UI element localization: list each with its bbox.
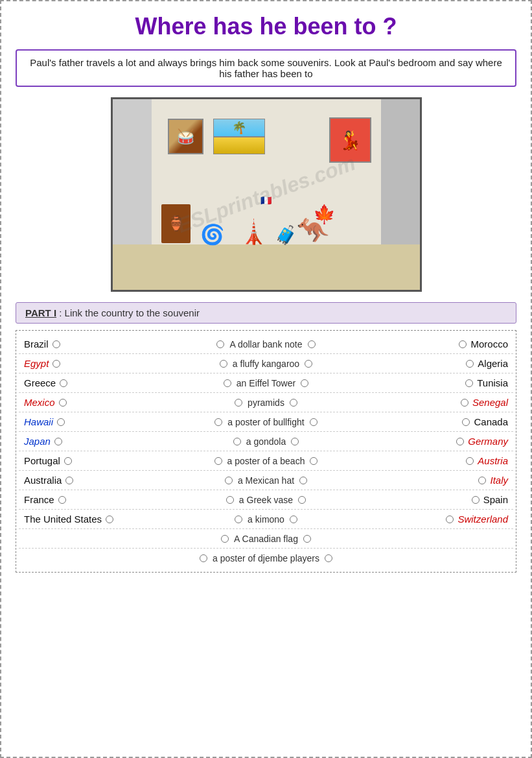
souvenir-center: a Mexican hat <box>148 475 384 486</box>
radio-souvenir-right[interactable] <box>291 438 299 445</box>
country-left: Greece <box>19 377 148 388</box>
beach-poster: 🌴 <box>213 119 265 154</box>
radio-souvenir-right[interactable] <box>308 340 316 348</box>
radio-right[interactable] <box>459 340 467 348</box>
country-name: Australia <box>24 475 62 486</box>
radio-souvenir-left[interactable] <box>233 438 241 445</box>
country-left: Egypt <box>19 358 148 369</box>
radio-right[interactable] <box>466 360 474 368</box>
radio-souvenir-left[interactable] <box>220 360 227 368</box>
matching-row: Egypt a fluffy kangaroo Algeria <box>19 354 513 373</box>
bedroom-scene: 🥁 🌴 💃 🏺 🇫🇷 🗼 🌀 🧳 🦘 🍁 ESLprintables.com <box>113 99 420 290</box>
radio-souvenir-left[interactable] <box>235 399 242 407</box>
country-left: Australia <box>19 475 148 486</box>
radio-souvenir-right[interactable] <box>303 535 311 543</box>
country-name-right: Morocco <box>470 338 508 349</box>
radio-left[interactable] <box>106 515 113 523</box>
radio-right[interactable] <box>461 399 468 407</box>
country-name: Mexico <box>24 397 55 408</box>
matching-row: Brazil A dollar bank note Morocco <box>19 335 513 354</box>
radio-souvenir-right[interactable] <box>305 360 312 368</box>
radio-right[interactable] <box>446 515 454 523</box>
souvenir-center: a kimono <box>148 514 384 525</box>
country-left: Brazil <box>19 338 148 349</box>
radio-souvenir-right[interactable] <box>298 496 306 504</box>
floor <box>113 244 420 290</box>
country-right: Italy <box>384 475 513 486</box>
country-name-right: Tunisia <box>477 377 508 388</box>
matching-row: Hawaii a poster of bullfight Canada <box>19 412 513 432</box>
souvenir-center: a poster of a beach <box>148 456 384 466</box>
matching-row: Australia a Mexican hat Italy <box>19 471 513 490</box>
matching-row: Mexico pyramids Senegal <box>19 393 513 412</box>
radio-souvenir-left[interactable] <box>221 535 229 543</box>
country-right: Morocco <box>384 338 513 349</box>
radio-souvenir-left[interactable] <box>226 496 234 504</box>
souvenir-center: a gondola <box>148 436 384 447</box>
country-right: Algeria <box>384 358 513 369</box>
canada-flag-hat: 🍁 <box>313 204 336 225</box>
radio-souvenir-left[interactable] <box>200 554 207 562</box>
radio-left[interactable] <box>60 379 67 387</box>
matching-row: France a Greek vase Spain <box>19 490 513 510</box>
radio-souvenir-left[interactable] <box>224 379 231 387</box>
africa-poster: 🥁 <box>168 119 203 154</box>
radio-right[interactable] <box>466 457 474 465</box>
souvenir-center: pyramids <box>148 397 384 408</box>
eiffel-tower: 🗼 <box>239 219 268 246</box>
matching-row: A Canadian flag <box>19 529 513 549</box>
matching-row: Japan a gondola Germany <box>19 432 513 451</box>
souvenir-center: A Canadian flag <box>148 534 384 544</box>
souvenir-text: a Mexican hat <box>238 475 294 486</box>
radio-left[interactable] <box>52 360 60 368</box>
radio-souvenir-right[interactable] <box>299 477 307 484</box>
radio-souvenir-left[interactable] <box>225 477 233 484</box>
radio-left[interactable] <box>65 477 73 484</box>
souvenir-center: A dollar bank note <box>148 339 384 349</box>
radio-souvenir-right[interactable] <box>325 554 332 562</box>
radio-souvenir-left[interactable] <box>214 418 222 426</box>
radio-left[interactable] <box>64 457 72 465</box>
country-left: Hawaii <box>19 416 148 427</box>
country-name-right: Algeria <box>478 358 508 369</box>
souvenir-text: A dollar bank note <box>229 339 302 349</box>
radio-left[interactable] <box>59 399 67 407</box>
radio-souvenir-right[interactable] <box>301 379 308 387</box>
bedroom-illustration: 🥁 🌴 💃 🏺 🇫🇷 🗼 🌀 🧳 🦘 🍁 ESLprintables.com <box>111 97 422 292</box>
souvenir-center: a poster of djembe players <box>148 553 384 563</box>
radio-left[interactable] <box>52 340 60 348</box>
country-right: Senegal <box>384 397 513 408</box>
radio-right[interactable] <box>472 496 480 504</box>
country-name: Greece <box>24 377 56 388</box>
radio-souvenir-left[interactable] <box>216 340 224 348</box>
country-right: Canada <box>384 416 513 427</box>
radio-souvenir-left[interactable] <box>235 515 242 523</box>
french-flag: 🇫🇷 <box>260 195 272 206</box>
country-name: Portugal <box>24 455 60 466</box>
radio-souvenir-right[interactable] <box>290 515 297 523</box>
radio-souvenir-right[interactable] <box>310 418 318 426</box>
intro-box: Paul's father travels a lot and always b… <box>16 49 516 87</box>
country-name-right: Canada <box>474 416 508 427</box>
country-right: Austria <box>384 455 513 466</box>
matching-area: Brazil A dollar bank note Morocco Egypt … <box>16 330 516 573</box>
radio-right[interactable] <box>478 477 486 484</box>
radio-souvenir-right[interactable] <box>290 399 297 407</box>
radio-right[interactable] <box>456 438 464 445</box>
souvenir-text: a poster of bullfight <box>227 417 304 427</box>
radio-left[interactable] <box>57 418 65 426</box>
country-name: France <box>24 494 54 505</box>
radio-souvenir-right[interactable] <box>310 457 318 465</box>
page-title: Where has he been to ? <box>16 13 516 40</box>
radio-left[interactable] <box>58 496 66 504</box>
radio-right[interactable] <box>462 418 470 426</box>
country-name-right: Switzerland <box>457 514 508 525</box>
radio-souvenir-left[interactable] <box>214 457 222 465</box>
radio-left[interactable] <box>54 438 62 445</box>
souvenir-center: a Greek vase <box>148 495 384 505</box>
radio-right[interactable] <box>465 379 473 387</box>
part1-label: PART I <box>25 307 56 318</box>
souvenir-text: A Canadian flag <box>234 534 298 544</box>
souvenir-center: an Eiffel Tower <box>148 378 384 388</box>
bullfight-poster: 💃 <box>329 117 371 163</box>
